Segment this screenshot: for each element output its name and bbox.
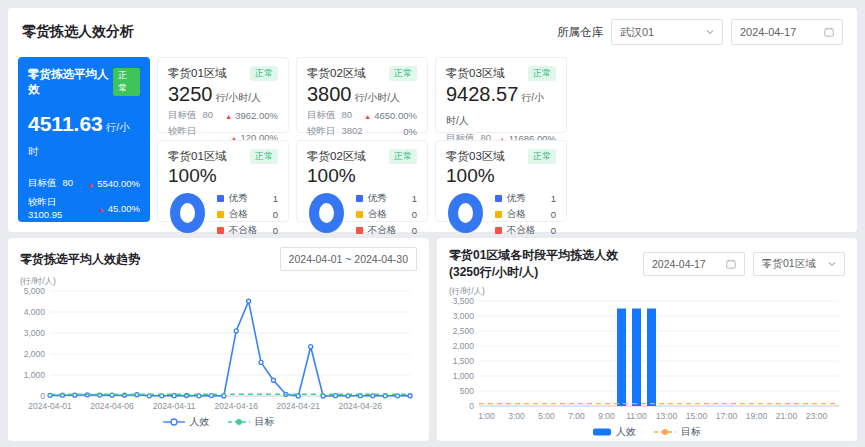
svg-text:2024-04-11: 2024-04-11	[153, 401, 196, 411]
zone-value: 9428.57行/小时/人	[446, 83, 556, 129]
svg-text:2024-04-26: 2024-04-26	[339, 401, 383, 411]
zone-kpi-card: 零货02区域正常3800行/小时/人目标值80▲4650.00%较昨日38020…	[296, 57, 428, 133]
calendar-icon	[824, 27, 834, 37]
legend-swatch-icon	[356, 195, 363, 202]
zone-value: 3250行/小时/人	[168, 83, 278, 106]
header-date-picker[interactable]: 2024-04-17	[731, 19, 843, 45]
zone-kpi-card: 零货01区域正常3250行/小时/人目标值80▲3962.00%较昨日1474.…	[157, 57, 289, 133]
hourly-chart-panel: 零货01区域各时段平均拣选人效(3250行/小时/人) 2024-04-17 零…	[437, 238, 857, 441]
svg-text:11:00: 11:00	[626, 411, 647, 421]
svg-text:5,000: 5,000	[24, 286, 46, 296]
hourly-zone-select[interactable]: 零货01区域	[753, 252, 845, 276]
trend-chart-panel: 零货拣选平均人效趋势 2024-04-01 ~ 2024-04-30 01,00…	[8, 238, 429, 441]
donut-legend: 优秀1合格0不合格0	[356, 189, 417, 237]
zone-stat-row: 目标值80▲4650.00%	[307, 109, 417, 122]
bar-series-marker-icon	[593, 428, 611, 436]
zone-card-title: 零货01区域	[168, 66, 227, 81]
legend-swatch-icon	[495, 227, 502, 234]
legend-item-renxiao[interactable]: 人效	[163, 415, 210, 429]
page-title: 零货拣选人效分析	[22, 23, 134, 41]
svg-text:(行/时/人): (行/时/人)	[20, 276, 56, 286]
svg-text:1,000: 1,000	[24, 370, 46, 380]
warehouse-label: 所属仓库	[557, 25, 603, 40]
summary-value: 4511.63行/小时	[28, 112, 140, 160]
donut-legend-item[interactable]: 不合格0	[356, 224, 417, 237]
donut-chart	[448, 193, 483, 233]
svg-text:5:00: 5:00	[538, 411, 555, 421]
up-arrow-icon: ▲	[225, 113, 232, 120]
svg-text:3:00: 3:00	[508, 411, 525, 421]
svg-text:1,500: 1,500	[453, 356, 475, 366]
status-badge: 正常	[113, 68, 140, 96]
legend-swatch-icon	[356, 211, 363, 218]
zone-rate-value: 100%	[446, 165, 556, 187]
warehouse-select[interactable]: 武汉01	[611, 19, 723, 45]
hourly-date-value: 2024-04-17	[652, 258, 706, 270]
svg-text:2024-04-21: 2024-04-21	[277, 401, 321, 411]
line-series-marker-icon	[163, 418, 185, 426]
zone-unit: 行/小时/人	[355, 92, 401, 103]
header-date-value: 2024-04-17	[740, 26, 796, 38]
svg-text:1:00: 1:00	[478, 411, 495, 421]
donut-legend: 优秀1合格0不合格0	[495, 189, 556, 237]
summary-target-row: 目标值80 ▲5540.00%	[28, 177, 140, 190]
zone-card-title: 零货02区域	[307, 66, 366, 81]
svg-text:4,000: 4,000	[24, 307, 46, 317]
legend-item-mubiao[interactable]: 目标	[228, 415, 275, 429]
status-badge: 正常	[389, 66, 417, 81]
svg-text:3,000: 3,000	[453, 311, 475, 321]
legend-item-renxiao[interactable]: 人效	[593, 425, 636, 439]
svg-text:2024-04-16: 2024-04-16	[214, 401, 258, 411]
trend-date-range-picker[interactable]: 2024-04-01 ~ 2024-04-30	[280, 247, 417, 271]
zone-card-grid: 零货01区域正常3250行/小时/人目标值80▲3962.00%较昨日1474.…	[157, 57, 567, 222]
svg-text:2024-04-01: 2024-04-01	[28, 401, 72, 411]
svg-text:23:00: 23:00	[806, 411, 828, 421]
hourly-date-picker[interactable]: 2024-04-17	[643, 252, 745, 276]
zone-rate-card: 零货02区域正常100%优秀1合格0不合格0	[296, 140, 428, 222]
donut-legend-item[interactable]: 优秀1	[356, 192, 417, 205]
legend-item-mubiao[interactable]: 目标	[654, 425, 701, 439]
zone-card-title: 零货02区域	[307, 149, 366, 164]
donut-legend-item[interactable]: 不合格0	[217, 224, 278, 237]
svg-text:3,500: 3,500	[453, 296, 475, 306]
svg-text:2,500: 2,500	[453, 326, 475, 336]
svg-text:2,000: 2,000	[453, 341, 475, 351]
svg-text:21:00: 21:00	[776, 411, 798, 421]
summary-card-title: 零货拣选平均人效	[28, 67, 113, 97]
hourly-zone-value: 零货01区域	[762, 257, 816, 271]
legend-swatch-icon	[495, 195, 502, 202]
svg-text:1,000: 1,000	[453, 371, 475, 381]
donut-legend-item[interactable]: 合格0	[217, 208, 278, 221]
summary-card: 零货拣选平均人效 正常 4511.63行/小时 目标值80 ▲5540.00% …	[18, 57, 150, 222]
donut-legend-item[interactable]: 优秀1	[495, 192, 556, 205]
svg-text:0: 0	[40, 391, 45, 401]
donut-chart	[170, 193, 205, 233]
svg-text:13:00: 13:00	[656, 411, 678, 421]
up-arrow-icon: ▲	[98, 206, 105, 213]
legend-swatch-icon	[217, 211, 224, 218]
donut-legend-item[interactable]: 合格0	[495, 208, 556, 221]
donut-legend-item[interactable]: 优秀1	[217, 192, 278, 205]
hourly-panel-title: 零货01区域各时段平均拣选人效(3250行/小时/人)	[449, 247, 643, 281]
status-badge: 正常	[389, 149, 417, 164]
donut-legend-item[interactable]: 合格0	[356, 208, 417, 221]
svg-text:3,000: 3,000	[24, 328, 46, 338]
svg-text:2024-04-06: 2024-04-06	[90, 401, 134, 411]
zone-rate-card: 零货01区域正常100%优秀1合格0不合格0	[157, 140, 289, 222]
zone-stat-row: 较昨日38020%	[307, 125, 417, 138]
up-arrow-icon: ▲	[87, 181, 94, 188]
kpi-overview-panel: 零货拣选人效分析 所属仓库 武汉01 2024-04-17 零货拣选平均人效 正…	[8, 8, 857, 232]
donut-legend-item[interactable]: 不合格0	[495, 224, 556, 237]
chevron-down-icon	[706, 28, 714, 36]
status-badge: 正常	[528, 66, 556, 81]
donut-chart	[309, 193, 344, 233]
legend-swatch-icon	[217, 195, 224, 202]
zone-card-title: 零货03区域	[446, 66, 505, 81]
svg-text:19:00: 19:00	[746, 411, 768, 421]
zone-stat-row: 目标值80▲3962.00%	[168, 109, 278, 122]
svg-text:2,000: 2,000	[24, 349, 46, 359]
trend-line-chart: 01,0002,0003,0004,0005,000(行/时/人)2024-04…	[14, 275, 423, 417]
donut-legend: 优秀1合格0不合格0	[217, 189, 278, 237]
svg-text:0: 0	[469, 401, 474, 411]
zone-kpi-card: 零货03区域正常9428.57行/小时/人目标值80▲11686.00%较昨日9…	[435, 57, 567, 133]
